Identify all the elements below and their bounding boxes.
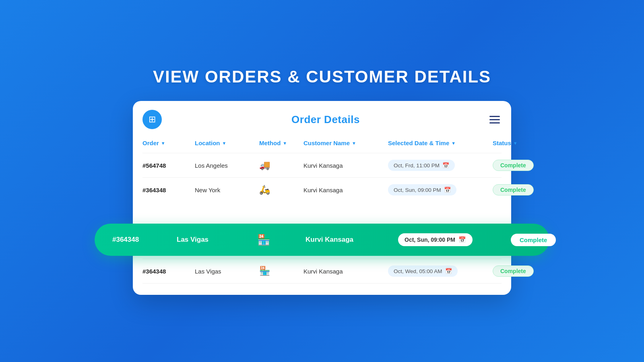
menu-bar-3	[489, 122, 500, 123]
col-order-arrow: ▼	[161, 141, 165, 146]
row2-method: 🛵	[259, 185, 303, 195]
col-order[interactable]: Order ▼	[142, 136, 195, 150]
hl-date-badge: Oct, Sun, 09:00 PM 📅	[398, 233, 473, 246]
col-status[interactable]: Status ▼	[493, 136, 545, 150]
row2-date-text: Oct, Sun, 09:00 PM	[394, 187, 441, 193]
row2-date-badge: Oct, Sun, 09:00 PM 📅	[388, 184, 456, 195]
menu-button[interactable]	[489, 116, 500, 123]
row4-customer: Kurvi Kansaga	[303, 268, 388, 275]
hl-store-icon: 🏪	[257, 234, 270, 246]
row4-date-text: Oct, Wed, 05:00 AM	[394, 268, 442, 274]
row1-datetime: Oct, Frd, 11:00 PM 📅	[388, 160, 493, 171]
app-logo: ⊞	[142, 110, 162, 129]
logo-icon: ⊞	[149, 114, 156, 125]
row4-cal-icon: 📅	[445, 268, 452, 274]
row4-date-badge: Oct, Wed, 05:00 AM 📅	[388, 265, 458, 277]
hl-date-text: Oct, Sun, 09:00 PM	[405, 237, 455, 243]
row2-status: Complete	[493, 184, 545, 195]
row1-status-badge: Complete	[493, 160, 534, 171]
card-title: Order Details	[291, 113, 360, 126]
card-header: ⊞ Order Details	[133, 101, 511, 136]
col-datetime-label: Selected Date & Time	[388, 140, 449, 146]
table-row: #564748 Los Angeles 🚚 Kurvi Kansaga Oct,…	[142, 153, 502, 177]
menu-bar-1	[489, 116, 500, 117]
col-method-label: Method	[259, 140, 281, 146]
col-order-label: Order	[142, 140, 159, 146]
hl-order: #364348	[112, 236, 177, 244]
row2-cal-icon: 📅	[444, 187, 451, 193]
col-customer-label: Customer Name	[303, 140, 350, 146]
hl-customer: Kurvi Kansaga	[305, 236, 398, 244]
col-customer[interactable]: Customer Name ▼	[303, 136, 388, 150]
delivery-icon: 🚚	[259, 160, 270, 170]
row1-date-badge: Oct, Frd, 11:00 PM 📅	[388, 160, 455, 171]
row2-order: #364348	[142, 187, 195, 193]
row4-method: 🏪	[259, 266, 303, 276]
col-customer-arrow: ▼	[352, 141, 356, 146]
table-header: Order ▼ Location ▼ Method ▼ Customer Nam…	[133, 136, 511, 150]
col-status-label: Status	[493, 140, 511, 146]
col-location[interactable]: Location ▼	[195, 136, 259, 150]
row1-cal-icon: 📅	[442, 162, 449, 169]
table-row: #364348 New York 🛵 Kurvi Kansaga Oct, Su…	[142, 177, 502, 202]
row1-order: #564748	[142, 162, 195, 169]
menu-bar-2	[489, 119, 500, 120]
row4-status-badge: Complete	[493, 265, 534, 277]
pickup-icon: 🛵	[259, 185, 270, 195]
row4-status: Complete	[493, 265, 545, 277]
hl-method: 🏪	[257, 234, 305, 246]
row2-status-badge: Complete	[493, 184, 534, 195]
col-datetime-arrow: ▼	[451, 141, 456, 146]
col-location-arrow: ▼	[222, 141, 227, 146]
col-method[interactable]: Method ▼	[259, 136, 303, 150]
page-title: VIEW ORDERS & CUSTOMER DETAILS	[153, 67, 491, 86]
hl-datetime: Oct, Sun, 09:00 PM 📅	[398, 233, 511, 246]
row1-date-text: Oct, Frd, 11:00 PM	[394, 162, 440, 169]
store-icon: 🏪	[259, 266, 270, 276]
hl-status: Complete	[511, 234, 575, 246]
row4-datetime: Oct, Wed, 05:00 AM 📅	[388, 265, 493, 277]
table-row: #364348 Las Vigas 🏪 Kurvi Kansaga Oct, W…	[142, 259, 502, 284]
row1-location: Los Angeles	[195, 162, 259, 169]
row1-method: 🚚	[259, 160, 303, 171]
hl-status-badge[interactable]: Complete	[511, 234, 556, 246]
hl-location: Las Vigas	[177, 236, 257, 244]
highlighted-row[interactable]: #364348 Las Vigas 🏪 Kurvi Kansaga Oct, S…	[95, 224, 549, 256]
col-method-arrow: ▼	[283, 141, 287, 146]
hl-cal-icon: 📅	[458, 236, 466, 243]
table-body: #564748 Los Angeles 🚚 Kurvi Kansaga Oct,…	[133, 153, 511, 284]
row2-datetime: Oct, Sun, 09:00 PM 📅	[388, 184, 493, 195]
col-location-label: Location	[195, 140, 220, 146]
col-datetime[interactable]: Selected Date & Time ▼	[388, 136, 493, 150]
orders-card: ⊞ Order Details Order ▼ Location ▼ Metho…	[133, 101, 511, 295]
row4-location: Las Vigas	[195, 268, 259, 275]
row1-status: Complete	[493, 160, 545, 171]
row2-location: New York	[195, 187, 259, 193]
row4-order: #364348	[142, 268, 195, 275]
row1-customer: Kurvi Kansaga	[303, 162, 388, 169]
row2-customer: Kurvi Kansaga	[303, 187, 388, 193]
col-status-arrow: ▼	[513, 141, 518, 146]
